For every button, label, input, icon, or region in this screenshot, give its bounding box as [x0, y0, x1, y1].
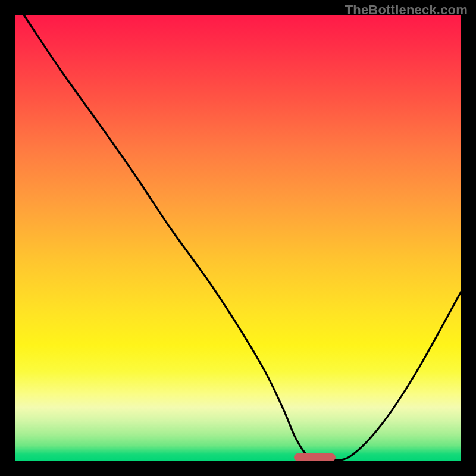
bottleneck-curve-path	[24, 15, 461, 460]
chart-frame: TheBottleneck.com	[0, 0, 476, 476]
curve-svg	[15, 15, 461, 461]
plot-area	[15, 15, 461, 461]
optimum-marker	[294, 453, 336, 461]
